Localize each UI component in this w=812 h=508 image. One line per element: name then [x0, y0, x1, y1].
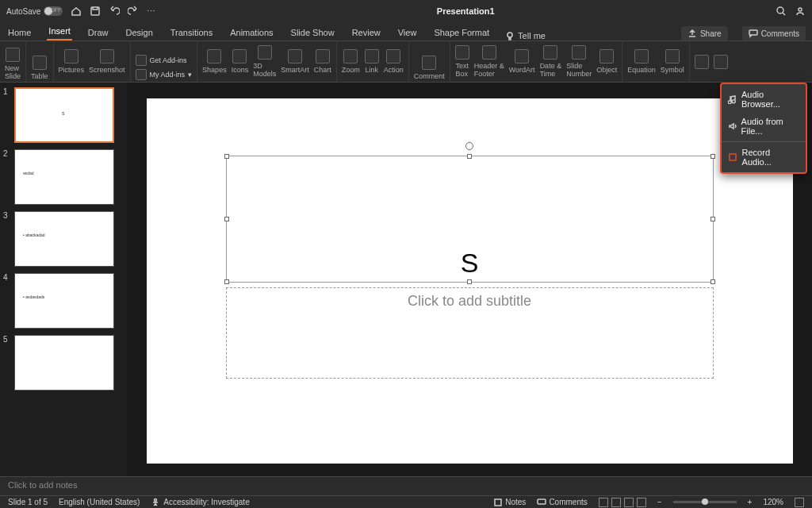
thumbnail-4[interactable]: • asdasdads — [14, 273, 114, 329]
subtitle-placeholder[interactable]: Click to add subtitle — [226, 287, 714, 379]
tab-review[interactable]: Review — [350, 25, 382, 40]
smartart-button[interactable]: SmartArt — [281, 49, 309, 74]
zoom-slider[interactable] — [673, 501, 737, 503]
resize-handle[interactable] — [467, 154, 472, 159]
slide-thumbnails: 1S 2asdad 3• abackadad 4• asdasdads 5 — [0, 83, 127, 476]
object-button[interactable]: Object — [596, 49, 617, 74]
wordart-button[interactable]: WordArt — [509, 49, 535, 74]
new-slide-button[interactable]: New Slide — [5, 48, 21, 80]
resize-handle[interactable] — [710, 279, 715, 284]
datetime-button[interactable]: Date & Time — [540, 45, 562, 78]
svg-point-2 — [799, 8, 802, 11]
tab-design[interactable]: Design — [124, 25, 155, 40]
resize-handle[interactable] — [467, 279, 472, 284]
comment-icon — [749, 29, 758, 38]
svg-rect-7 — [495, 499, 501, 506]
audio-from-file-item[interactable]: Audio from File... — [722, 113, 806, 140]
autosave-label: AutoSave — [6, 7, 40, 16]
thumbnail-3[interactable]: • abackadad — [14, 211, 114, 267]
audio-dropdown: Audio Browser... Audio from File... Reco… — [720, 83, 807, 174]
svg-rect-5 — [730, 154, 736, 160]
record-audio-item[interactable]: Record Audio... — [722, 144, 806, 171]
my-addins-button[interactable]: My Add-ins▾ — [136, 69, 193, 80]
home-icon[interactable] — [71, 6, 82, 17]
reading-view-button[interactable] — [624, 498, 634, 507]
bulb-icon — [505, 31, 515, 40]
link-button[interactable]: Link — [365, 49, 379, 74]
header-footer-button[interactable]: Header & Footer — [474, 45, 504, 78]
thumbnail-2[interactable]: asdad — [14, 149, 114, 205]
tab-insert[interactable]: Insert — [47, 23, 72, 40]
zoom-in-button[interactable]: + — [748, 498, 753, 506]
redo-icon[interactable] — [128, 6, 139, 17]
tab-animations[interactable]: Animations — [228, 25, 274, 40]
search-icon[interactable] — [776, 6, 787, 17]
thumbnail-5[interactable] — [14, 335, 114, 391]
svg-rect-8 — [538, 499, 546, 504]
title-placeholder[interactable]: S — [226, 156, 714, 283]
status-bar: Slide 1 of 5 English (United States) Acc… — [0, 495, 812, 508]
ribbon: New Slide Table Pictures Screenshot Get … — [0, 41, 812, 83]
slide-canvas[interactable]: S Click to add subtitle — [127, 83, 812, 476]
get-addins-button[interactable]: Get Add-ins — [136, 55, 193, 66]
normal-view-button[interactable] — [599, 498, 608, 507]
record-icon — [728, 152, 737, 162]
icons-button[interactable]: Icons — [232, 49, 249, 74]
share-button[interactable]: Share — [681, 26, 728, 40]
tab-transitions[interactable]: Transitions — [169, 25, 214, 40]
audio-button[interactable] — [714, 55, 728, 69]
tab-shape-format[interactable]: Shape Format — [432, 25, 491, 40]
sorter-view-button[interactable] — [611, 498, 621, 507]
title-text[interactable]: S — [461, 248, 479, 282]
save-icon[interactable] — [90, 6, 101, 17]
audio-browser-item[interactable]: Audio Browser... — [722, 86, 806, 113]
thumbnail-1[interactable]: S — [14, 87, 114, 143]
account-icon[interactable] — [795, 6, 806, 17]
svg-point-3 — [508, 33, 512, 37]
language-status[interactable]: English (United States) — [59, 498, 140, 506]
notes-toggle[interactable]: Notes — [493, 498, 526, 507]
comment-icon — [537, 498, 546, 507]
resize-handle[interactable] — [224, 279, 229, 284]
share-icon — [688, 29, 697, 38]
notes-pane[interactable]: Click to add notes — [0, 476, 812, 495]
textbox-button[interactable]: Text Box — [455, 45, 469, 78]
comments-button[interactable]: Comments — [742, 26, 806, 40]
zoom-button[interactable]: Zoom — [342, 49, 360, 74]
table-button[interactable]: Table — [31, 56, 48, 80]
tab-view[interactable]: View — [396, 25, 419, 40]
subtitle-text[interactable]: Click to add subtitle — [408, 293, 531, 310]
accessibility-status[interactable]: Accessibility: Investigate — [151, 498, 249, 507]
slide-number-button[interactable]: Slide Number — [566, 45, 592, 78]
pictures-button[interactable]: Pictures — [59, 49, 85, 74]
fit-to-window-button[interactable] — [795, 498, 804, 507]
screenshot-button[interactable]: Screenshot — [89, 49, 125, 74]
more-icon[interactable]: ⋯ — [147, 6, 155, 17]
resize-handle[interactable] — [224, 217, 229, 221]
video-button[interactable] — [695, 55, 709, 69]
svg-point-6 — [155, 498, 157, 501]
3d-models-button[interactable]: 3D Models — [253, 45, 276, 78]
title-bar: AutoSave OFF ⋯ Presentation1 — [0, 0, 812, 22]
symbol-button[interactable]: Symbol — [661, 49, 684, 74]
resize-handle[interactable] — [710, 217, 715, 221]
slideshow-view-button[interactable] — [637, 498, 646, 507]
undo-icon[interactable] — [109, 6, 120, 17]
shapes-button[interactable]: Shapes — [202, 49, 227, 74]
equation-button[interactable]: Equation — [627, 49, 656, 74]
comment-button[interactable]: Comment — [414, 56, 445, 80]
zoom-level[interactable]: 120% — [763, 498, 783, 506]
tab-home[interactable]: Home — [6, 25, 33, 40]
action-button[interactable]: Action — [384, 49, 404, 74]
zoom-out-button[interactable]: − — [657, 498, 662, 506]
tell-me[interactable]: Tell me — [505, 31, 546, 40]
comments-toggle[interactable]: Comments — [537, 498, 587, 507]
slide[interactable]: S Click to add subtitle — [147, 98, 793, 464]
autosave-toggle[interactable]: AutoSave OFF — [6, 6, 63, 16]
rotate-handle[interactable] — [465, 142, 473, 150]
tab-draw[interactable]: Draw — [86, 25, 110, 40]
resize-handle[interactable] — [224, 154, 229, 159]
tab-slideshow[interactable]: Slide Show — [289, 25, 336, 40]
chart-button[interactable]: Chart — [314, 49, 331, 74]
resize-handle[interactable] — [710, 154, 715, 159]
